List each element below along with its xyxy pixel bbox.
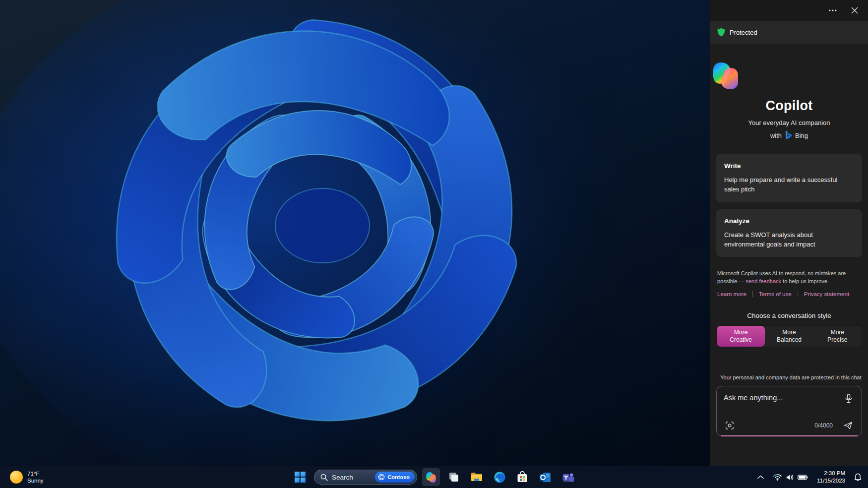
ai-disclaimer: Microsoft Copilot uses AI to respond, so… — [717, 270, 861, 285]
tray-overflow-button[interactable] — [754, 469, 767, 486]
wifi-icon — [773, 473, 782, 481]
microphone-icon — [845, 394, 852, 403]
copilot-title: Copilot — [710, 98, 868, 114]
taskbar-center: Search Contoso — [0, 466, 868, 488]
teams-button[interactable] — [559, 468, 577, 486]
quick-settings-button[interactable] — [769, 469, 811, 486]
mic-button[interactable] — [842, 391, 856, 405]
contoso-logo-icon — [378, 474, 385, 481]
taskbar-copilot-button[interactable] — [422, 468, 440, 486]
copilot-panel: Protected — [710, 0, 868, 466]
tray-time: 2:30 PM — [817, 470, 845, 477]
chat-input[interactable] — [724, 392, 839, 403]
style-more-balanced[interactable]: MoreBalanced — [765, 326, 813, 347]
link-divider — [798, 291, 798, 297]
file-explorer-button[interactable] — [468, 468, 486, 486]
microsoft-store-button[interactable] — [513, 468, 531, 486]
copilot-with-bing: with Bing — [710, 130, 868, 140]
card-title: Write — [724, 162, 854, 170]
search-icon — [320, 474, 328, 481]
edge-button[interactable] — [491, 468, 508, 486]
link-divider — [752, 291, 753, 297]
screen-capture-icon — [725, 421, 734, 430]
edge-icon — [494, 471, 506, 484]
protected-banner: Protected — [710, 21, 868, 44]
style-more-precise[interactable]: MorePrecise — [813, 326, 862, 347]
suggestion-card-analyze[interactable]: Analyze Create a SWOT analysis about env… — [716, 209, 862, 257]
volume-icon — [786, 474, 794, 481]
card-body: Help me prepare and write a successful s… — [724, 176, 854, 194]
bell-icon — [854, 473, 862, 482]
send-button[interactable] — [841, 419, 856, 432]
send-icon — [843, 421, 853, 430]
windows-start-icon — [295, 472, 306, 483]
battery-icon — [798, 475, 808, 480]
system-tray: 2:30 PM 11/15/2023 — [754, 466, 865, 488]
start-button[interactable] — [291, 468, 309, 486]
notifications-button[interactable] — [851, 469, 865, 486]
copilot-body: Copilot Your everyday AI companion with … — [710, 44, 868, 466]
bing-icon — [785, 130, 792, 140]
ellipsis-icon — [829, 9, 837, 11]
screen: Protected — [0, 0, 868, 488]
with-label: with — [770, 132, 782, 139]
privacy-note: Your personal and company data are prote… — [717, 374, 861, 381]
copilot-subtitle: Your everyday AI companion — [710, 119, 868, 126]
contoso-label: Contoso — [387, 474, 410, 480]
copilot-brand: Copilot Your everyday AI companion with … — [710, 61, 868, 140]
teams-icon — [562, 471, 574, 484]
contoso-badge: Contoso — [375, 472, 415, 483]
outlook-icon — [539, 471, 552, 484]
copilot-taskbar-icon — [425, 472, 437, 483]
shield-icon — [717, 28, 725, 37]
send-feedback-link[interactable]: send feedback — [745, 278, 781, 284]
copilot-logo — [710, 61, 741, 90]
taskbar: 71°F Sunny Search — [0, 466, 868, 488]
clock-button[interactable]: 2:30 PM 11/15/2023 — [813, 469, 849, 486]
chevron-up-icon — [757, 475, 764, 479]
style-more-creative[interactable]: MoreCreative — [717, 326, 765, 347]
protected-label: Protected — [730, 29, 757, 36]
style-label: MorePrecise — [827, 329, 847, 344]
copilot-titlebar — [710, 0, 868, 21]
more-options-button[interactable] — [824, 3, 841, 18]
legal-links: Learn more Terms of use Privacy statemen… — [717, 291, 861, 297]
input-accent-underline — [721, 435, 858, 436]
screenshot-button[interactable] — [723, 419, 737, 432]
card-title: Analyze — [724, 217, 854, 225]
tray-date: 11/15/2023 — [817, 477, 845, 485]
privacy-statement-link[interactable]: Privacy statement — [804, 291, 849, 297]
disclaimer-text-end: to help us improve. — [781, 278, 829, 284]
search-label: Search — [332, 474, 371, 481]
task-view-icon — [448, 471, 460, 483]
style-label: MoreBalanced — [777, 329, 802, 344]
close-button[interactable] — [846, 3, 863, 18]
char-counter: 0/4000 — [814, 422, 833, 429]
search-box[interactable]: Search Contoso — [314, 470, 417, 485]
terms-of-use-link[interactable]: Terms of use — [759, 291, 792, 297]
privacy-note-text: Your personal and company data are prote… — [720, 374, 862, 380]
task-view-button[interactable] — [445, 468, 463, 486]
suggestion-cards: Write Help me prepare and write a succes… — [716, 154, 862, 257]
outlook-button[interactable] — [536, 468, 554, 486]
conversation-style-heading: Choose a conversation style — [710, 312, 868, 319]
style-label: MoreCreative — [730, 329, 752, 344]
microsoft-store-icon — [516, 471, 528, 483]
conversation-style-switcher: MoreCreative MoreBalanced MorePrecise — [716, 325, 862, 347]
file-explorer-icon — [470, 471, 483, 484]
close-icon — [851, 7, 858, 14]
clock: 2:30 PM 11/15/2023 — [817, 470, 845, 485]
learn-more-link[interactable]: Learn more — [717, 291, 746, 297]
chat-input-toolbar: 0/4000 — [723, 419, 856, 432]
chat-input-box: 0/4000 — [716, 386, 862, 436]
bing-label: Bing — [795, 132, 808, 139]
suggestion-card-write[interactable]: Write Help me prepare and write a succes… — [716, 154, 862, 202]
card-body: Create a SWOT analysis about environment… — [724, 231, 854, 249]
